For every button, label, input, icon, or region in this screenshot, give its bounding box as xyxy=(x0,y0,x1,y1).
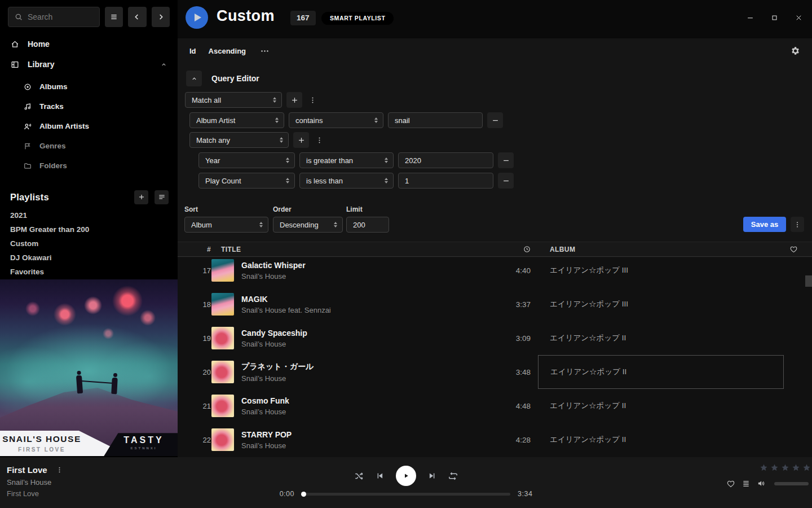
rule-operator-select[interactable]: contains xyxy=(289,112,383,128)
column-header-album[interactable]: ALBUM xyxy=(538,246,784,253)
previous-track-icon[interactable] xyxy=(375,471,385,481)
favorite-heart-icon[interactable] xyxy=(726,479,735,488)
player-right-controls xyxy=(726,479,809,488)
nav-back-button[interactable] xyxy=(128,7,146,27)
group-options-kebab-icon[interactable] xyxy=(314,132,325,148)
playlists-list: 2021 BPM Greater than 200 Custom DJ Okaw… xyxy=(0,208,178,279)
seek-handle[interactable] xyxy=(301,492,306,497)
track-duration: 3:48 xyxy=(493,368,538,376)
favorite-column-heart-icon[interactable] xyxy=(784,245,804,253)
scrollbar-thumb[interactable] xyxy=(805,275,812,287)
add-rule-button[interactable] xyxy=(293,132,309,148)
chevron-left-icon xyxy=(133,12,142,21)
playlist-item[interactable]: Custom xyxy=(0,237,178,251)
now-playing-artist[interactable]: Snail’s House xyxy=(7,478,63,487)
table-row[interactable]: 17 Galactic WhisperSnail’s House 4:40 エイ… xyxy=(178,257,812,287)
search-box[interactable] xyxy=(8,7,100,27)
query-rule-row: Album Artist contains xyxy=(189,112,503,128)
add-playlist-button[interactable] xyxy=(134,190,148,204)
volume-slider[interactable] xyxy=(774,482,809,485)
rule-value-input[interactable] xyxy=(388,112,483,128)
now-playing-album[interactable]: First Love xyxy=(7,489,63,498)
sidebar-item-label: Folders xyxy=(39,161,67,170)
duration-clock-icon[interactable] xyxy=(493,245,538,253)
next-track-icon[interactable] xyxy=(427,471,437,481)
sort-select[interactable]: Album xyxy=(184,217,268,233)
match-type-select[interactable]: Match any xyxy=(189,132,289,148)
track-album: エイリアン☆ポップ II xyxy=(538,321,784,355)
rule-field-select[interactable]: Play Count xyxy=(198,173,295,189)
match-type-select[interactable]: Match all xyxy=(185,92,282,108)
menu-icon xyxy=(109,12,118,21)
sidebar-item-genres[interactable]: Genres xyxy=(0,136,178,156)
table-row[interactable]: 20 プラネット・ガールSnail’s House 3:48 エイリアン☆ポップ… xyxy=(178,355,812,389)
query-editor-collapse-button[interactable] xyxy=(186,71,202,86)
playlist-item[interactable]: DJ Okawari xyxy=(0,251,178,265)
folder-icon xyxy=(23,161,32,170)
playlist-list-button[interactable] xyxy=(155,190,169,204)
playlist-item[interactable]: BPM Greater than 200 xyxy=(0,222,178,237)
window-close-button[interactable] xyxy=(795,14,803,22)
sidebar-item-folders[interactable]: Folders xyxy=(0,156,178,176)
save-as-button[interactable]: Save as xyxy=(743,217,786,232)
sidebar-item-home[interactable]: Home xyxy=(0,34,178,54)
rule-field-select[interactable]: Year xyxy=(198,152,295,168)
now-playing-info: First Love Snail’s House First Love xyxy=(7,465,63,498)
rule-value-input[interactable] xyxy=(398,173,493,189)
rule-operator-select[interactable]: is less than xyxy=(299,173,394,189)
select-caret-icon xyxy=(385,157,388,163)
rule-operator-select[interactable]: is greater than xyxy=(299,152,394,168)
menu-button[interactable] xyxy=(105,7,123,27)
table-row[interactable]: 22 STARRY POPSnail’s House 4:28 エイリアン☆ポッ… xyxy=(178,423,812,457)
rule-field-select[interactable]: Album Artist xyxy=(189,112,284,128)
table-row[interactable]: 21 Cosmo FunkSnail’s House 4:48 エイリアン☆ポッ… xyxy=(178,389,812,423)
window-minimize-button[interactable] xyxy=(746,14,754,22)
table-row[interactable]: 18 MAGIKSnail’s House feat. Sennzai 3:37… xyxy=(178,287,812,321)
settings-gear-icon[interactable] xyxy=(790,46,800,56)
column-header-title[interactable]: TITLE xyxy=(211,246,493,253)
library-sub-items: Albums Tracks Album Artists Genres Folde… xyxy=(0,77,178,176)
queue-icon[interactable] xyxy=(742,479,751,488)
view-toolbar: Id Ascending xyxy=(178,38,812,63)
nav-forward-button[interactable] xyxy=(152,7,170,27)
play-playlist-button[interactable] xyxy=(186,6,208,29)
repeat-icon[interactable] xyxy=(448,471,458,481)
chevron-right-icon xyxy=(156,12,165,21)
rule-value-input[interactable] xyxy=(398,152,493,168)
window-maximize-button[interactable] xyxy=(770,14,779,22)
order-select[interactable]: Descending xyxy=(273,217,343,233)
playlist-item[interactable]: 2021 xyxy=(0,208,178,222)
shuffle-icon[interactable] xyxy=(354,471,364,481)
volume-icon[interactable] xyxy=(757,479,766,488)
save-options-kebab-icon[interactable] xyxy=(791,217,804,232)
star-icon[interactable] xyxy=(792,463,800,472)
track-album-focused-cell[interactable]: エイリアン☆ポップ II xyxy=(538,355,784,389)
group-options-kebab-icon[interactable] xyxy=(307,92,318,108)
remove-rule-button[interactable] xyxy=(498,173,514,189)
star-icon[interactable] xyxy=(770,463,779,472)
remove-rule-button[interactable] xyxy=(487,112,503,128)
star-icon[interactable] xyxy=(781,463,789,472)
star-icon[interactable] xyxy=(760,463,768,472)
playlist-item[interactable]: Favorites xyxy=(0,265,178,279)
smart-playlist-badge: SMART PLAYLIST xyxy=(321,12,394,25)
sort-direction-button[interactable]: Ascending xyxy=(209,47,246,55)
star-icon[interactable] xyxy=(802,463,811,472)
sidebar-item-library[interactable]: Library xyxy=(0,54,178,75)
sidebar-item-albums[interactable]: Albums xyxy=(0,77,178,97)
now-playing-title[interactable]: First Love xyxy=(7,465,47,475)
add-rule-button[interactable] xyxy=(286,92,302,108)
sidebar-item-tracks[interactable]: Tracks xyxy=(0,97,178,116)
sidebar-item-album-artists[interactable]: Album Artists xyxy=(0,116,178,136)
sort-field-button[interactable]: Id xyxy=(189,47,196,55)
table-row[interactable]: 19 Candy SpaceshipSnail’s House 3:09 エイリ… xyxy=(178,321,812,355)
now-playing-kebab-icon[interactable] xyxy=(56,466,63,474)
play-pause-button[interactable] xyxy=(396,466,416,486)
search-input[interactable] xyxy=(28,12,94,21)
column-header-index[interactable]: # xyxy=(186,246,211,253)
limit-input[interactable] xyxy=(346,217,389,233)
remove-rule-button[interactable] xyxy=(498,152,514,168)
seek-bar[interactable] xyxy=(302,493,510,496)
more-options-icon[interactable] xyxy=(260,46,270,56)
chevron-up-icon[interactable] xyxy=(160,61,167,68)
